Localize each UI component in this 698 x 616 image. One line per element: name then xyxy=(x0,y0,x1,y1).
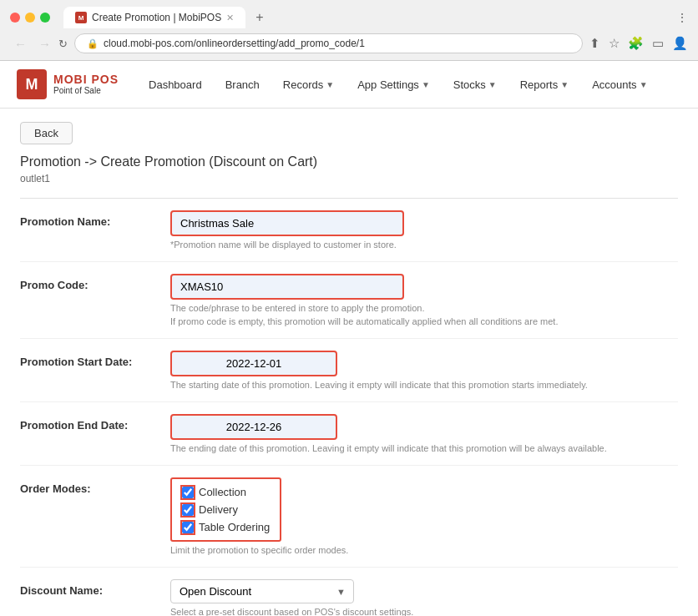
promo-code-row: Promo Code: The code/phrase to be entere… xyxy=(20,262,678,339)
end-date-hint: The ending date of this promotion. Leavi… xyxy=(170,443,678,453)
order-modes-label: Order Modes: xyxy=(20,477,170,495)
bookmark-icon[interactable]: ☆ xyxy=(609,36,620,51)
extensions-icon[interactable]: 🧩 xyxy=(628,36,644,51)
page-title: Promotion -> Create Promotion (Discount … xyxy=(20,154,678,169)
nav-item-records[interactable]: Records ▼ xyxy=(273,72,344,98)
order-modes-row: Order Modes: Collection Delivery Table O… xyxy=(20,466,678,568)
order-mode-table[interactable]: Table Ordering xyxy=(182,521,270,533)
nav-item-branch[interactable]: Branch xyxy=(215,72,270,98)
promotion-name-hint: *Promotion name will be displayed to cus… xyxy=(170,240,678,250)
logo-mobi-text: MOBI POS xyxy=(53,73,119,86)
order-mode-collection[interactable]: Collection xyxy=(182,486,270,498)
url-text: cloud.mobi-pos.com/onlineordersetting/ad… xyxy=(104,38,365,49)
order-modes-hint: Limit the promotion to specific order mo… xyxy=(170,545,678,555)
discount-name-label: Discount Name: xyxy=(20,579,170,597)
share-icon[interactable]: ⬆ xyxy=(589,36,600,51)
table-ordering-checkbox[interactable] xyxy=(182,522,194,533)
end-date-input[interactable] xyxy=(170,414,337,440)
discount-name-row: Discount Name: Open Discount ▼ Select a … xyxy=(20,568,678,616)
nav-item-app-settings[interactable]: App Settings ▼ xyxy=(347,72,440,98)
page-content: Back Promotion -> Create Promotion (Disc… xyxy=(0,109,698,616)
form-section: Promotion Name: *Promotion name will be … xyxy=(20,199,678,616)
minimize-dot[interactable] xyxy=(25,13,35,23)
lock-icon: 🔒 xyxy=(87,38,99,49)
address-bar[interactable]: 🔒 cloud.mobi-pos.com/onlineordersetting/… xyxy=(74,33,583,53)
forward-nav-button[interactable]: → xyxy=(34,35,55,53)
logo-text-block: MOBI POS Point of Sale xyxy=(53,73,119,95)
tab-title: Create Promotion | MobiPOS xyxy=(92,12,221,23)
end-date-row: Promotion End Date: The ending date of t… xyxy=(20,402,678,466)
accounts-dropdown-arrow: ▼ xyxy=(640,80,648,89)
end-date-control: The ending date of this promotion. Leavi… xyxy=(170,414,678,453)
promotion-name-input[interactable] xyxy=(170,210,404,236)
app-navbar: M MOBI POS Point of Sale Dashboard Branc… xyxy=(0,61,698,109)
nav-item-dashboard[interactable]: Dashboard xyxy=(139,72,212,98)
start-date-control: The starting date of this promotion. Lea… xyxy=(170,351,678,390)
promo-code-hint2: If promo code is empty, this promotion w… xyxy=(170,316,678,326)
back-button[interactable]: Back xyxy=(20,122,73,144)
promotion-name-control: *Promotion name will be displayed to cus… xyxy=(170,210,678,250)
tab-close-icon[interactable]: ✕ xyxy=(226,13,234,23)
order-modes-control: Collection Delivery Table Ordering Limit… xyxy=(170,477,678,555)
discount-name-select[interactable]: Open Discount xyxy=(170,579,354,603)
collection-checkbox[interactable] xyxy=(182,487,194,498)
table-ordering-label: Table Ordering xyxy=(199,521,270,533)
promotion-name-label: Promotion Name: xyxy=(20,210,170,228)
start-date-hint: The starting date of this promotion. Lea… xyxy=(170,380,678,390)
browser-menu-icon[interactable]: ⋮ xyxy=(676,11,688,24)
discount-name-select-wrapper: Open Discount ▼ xyxy=(170,579,354,603)
promo-code-label: Promo Code: xyxy=(20,274,170,291)
reports-dropdown-arrow: ▼ xyxy=(560,80,569,89)
refresh-button[interactable]: ↻ xyxy=(58,35,68,53)
promo-code-input[interactable] xyxy=(170,274,404,300)
records-dropdown-arrow: ▼ xyxy=(326,80,334,89)
promo-code-control: The code/phrase to be entered in store t… xyxy=(170,274,678,326)
profile-icon[interactable]: 👤 xyxy=(672,36,688,51)
start-date-row: Promotion Start Date: The starting date … xyxy=(20,339,678,402)
new-tab-button[interactable]: + xyxy=(255,10,263,25)
nav-item-reports[interactable]: Reports ▼ xyxy=(510,72,579,98)
start-date-input[interactable] xyxy=(170,351,337,376)
discount-name-control: Open Discount ▼ Select a pre-set discoun… xyxy=(170,579,678,616)
app-logo: M MOBI POS Point of Sale xyxy=(17,69,119,99)
tab-favicon: M xyxy=(75,12,87,23)
logo-box: M xyxy=(17,69,47,99)
nav-items: Dashboard Branch Records ▼ App Settings … xyxy=(139,72,681,98)
outlet-label: outlet1 xyxy=(20,173,678,184)
collection-label: Collection xyxy=(199,486,246,498)
order-modes-checkbox-wrapper: Collection Delivery Table Ordering xyxy=(170,477,281,542)
delivery-checkbox[interactable] xyxy=(182,504,194,516)
browser-view-icon[interactable]: ▭ xyxy=(652,36,664,51)
discount-name-hint1: Select a pre-set discount based on POS's… xyxy=(170,607,678,616)
promo-code-hint1: The code/phrase to be entered in store t… xyxy=(170,303,678,313)
close-dot[interactable] xyxy=(10,13,20,23)
order-mode-delivery[interactable]: Delivery xyxy=(182,503,270,516)
nav-item-accounts[interactable]: Accounts ▼ xyxy=(582,72,657,98)
logo-letter: M xyxy=(26,76,38,93)
logo-sub-text: Point of Sale xyxy=(53,86,119,95)
app-settings-dropdown-arrow: ▼ xyxy=(422,80,430,89)
end-date-label: Promotion End Date: xyxy=(20,414,170,432)
nav-item-stocks[interactable]: Stocks ▼ xyxy=(443,72,507,98)
delivery-label: Delivery xyxy=(199,503,238,516)
promotion-name-row: Promotion Name: *Promotion name will be … xyxy=(20,199,678,262)
browser-tab[interactable]: M Create Promotion | MobiPOS ✕ xyxy=(63,7,245,28)
maximize-dot[interactable] xyxy=(40,13,50,23)
start-date-label: Promotion Start Date: xyxy=(20,351,170,368)
stocks-dropdown-arrow: ▼ xyxy=(488,80,497,89)
back-nav-button[interactable]: ← xyxy=(10,35,31,53)
